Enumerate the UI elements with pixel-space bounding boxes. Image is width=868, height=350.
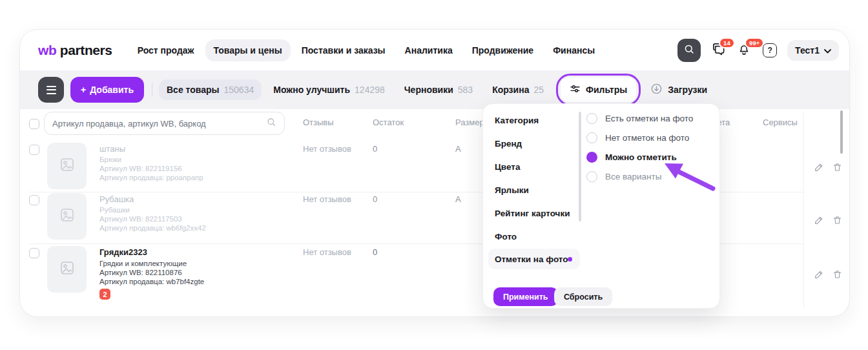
chevron-down-icon bbox=[824, 45, 831, 56]
toolbar-divider bbox=[152, 83, 152, 97]
hamburger-icon bbox=[46, 86, 56, 87]
logo-wb-text: wb bbox=[38, 43, 56, 57]
cell-reviews: Нет отзывов bbox=[303, 194, 351, 204]
app-canvas: wb partners Рост продаж Товары и цены По… bbox=[0, 0, 868, 350]
add-product-button[interactable]: + Добавить bbox=[70, 77, 144, 103]
filters-label: Фильтры bbox=[586, 85, 627, 95]
radio-option-has-marks[interactable]: Есть отметки на фото bbox=[586, 113, 693, 124]
tab-all-goods[interactable]: Все товары 150634 bbox=[159, 79, 262, 100]
main-card: wb partners Рост продаж Товары и цены По… bbox=[19, 29, 850, 317]
panel-scrollbar[interactable] bbox=[579, 112, 581, 221]
filter-category-category[interactable]: Категория bbox=[495, 116, 539, 125]
sliders-icon bbox=[570, 83, 581, 96]
cell-sizes: А bbox=[455, 194, 461, 204]
column-header-stock: Остаток bbox=[373, 118, 404, 127]
radio-icon bbox=[586, 113, 597, 124]
filters-button-wrap: Фильтры bbox=[561, 77, 636, 102]
notifications-button[interactable]: 99+ bbox=[736, 42, 752, 59]
pencil-icon bbox=[814, 269, 824, 282]
trash-icon bbox=[832, 269, 842, 282]
row-checkbox[interactable] bbox=[29, 195, 39, 205]
column-header-services: Сервисы bbox=[763, 118, 798, 127]
radio-icon bbox=[586, 132, 597, 143]
nav-item-sales-growth[interactable]: Рост продаж bbox=[129, 39, 203, 61]
radio-icon bbox=[586, 171, 597, 182]
tab-drafts[interactable]: Черновики 583 bbox=[397, 79, 480, 100]
article-search-box bbox=[44, 112, 285, 135]
products-toolbar: + Добавить Все товары 150634 Можно улучш… bbox=[20, 70, 849, 109]
tab-can-improve[interactable]: Можно улучшить 124298 bbox=[265, 79, 393, 100]
radio-option-all-variants[interactable]: Все варианты bbox=[586, 171, 661, 182]
help-button[interactable]: ? bbox=[761, 42, 778, 59]
nav-item-promotion[interactable]: Продвижение bbox=[464, 39, 542, 61]
filter-category-colors[interactable]: Цвета bbox=[495, 162, 520, 172]
radio-option-can-mark[interactable]: Можно отметить bbox=[586, 152, 677, 163]
edit-button[interactable] bbox=[813, 163, 825, 174]
tab-can-improve-count: 124298 bbox=[355, 85, 385, 95]
bulk-menu-button[interactable] bbox=[38, 77, 64, 103]
cell-sizes: А bbox=[455, 144, 461, 154]
filter-category-card-rating[interactable]: Рейтинг карточки bbox=[495, 209, 570, 218]
filters-button[interactable]: Фильтры bbox=[561, 77, 636, 102]
nav-item-analytics[interactable]: Аналитика bbox=[397, 39, 461, 61]
uploads-label: Загрузки bbox=[668, 85, 707, 95]
tab-trash-count: 25 bbox=[533, 85, 544, 95]
trash-icon bbox=[832, 215, 842, 228]
download-icon bbox=[650, 83, 663, 97]
product-title[interactable]: Рубашка bbox=[99, 194, 134, 204]
nav-links: Рост продаж Товары и цены Поставки и зак… bbox=[129, 39, 604, 61]
product-wb-article: Артикул WB: 822117503 bbox=[99, 215, 182, 223]
search-button[interactable] bbox=[677, 39, 701, 62]
messages-button[interactable]: 14 bbox=[710, 42, 727, 59]
product-title[interactable]: штаны bbox=[99, 144, 125, 154]
uploads-button[interactable]: Загрузки bbox=[650, 83, 707, 97]
product-category: Рубашки bbox=[99, 206, 130, 214]
product-tabs: Все товары 150634 Можно улучшить 124298 … bbox=[159, 79, 552, 100]
trash-icon bbox=[832, 162, 842, 175]
column-header-reviews: Отзывы bbox=[303, 118, 334, 127]
product-title[interactable]: Грядки2323 bbox=[99, 247, 147, 257]
nav-item-goods-prices[interactable]: Товары и цены bbox=[205, 39, 291, 61]
search-icon bbox=[266, 117, 276, 130]
radio-option-no-marks[interactable]: Нет отметок на фото bbox=[586, 132, 689, 143]
top-navbar: wb partners Рост продаж Товары и цены По… bbox=[20, 30, 849, 70]
product-thumbnail[interactable] bbox=[47, 143, 87, 189]
row-checkbox[interactable] bbox=[29, 145, 39, 155]
filter-category-brand[interactable]: Бренд bbox=[495, 139, 522, 149]
select-all-checkbox[interactable] bbox=[29, 119, 39, 129]
photo-marks-count-badge: 2 bbox=[99, 289, 110, 300]
edit-button[interactable] bbox=[813, 270, 825, 282]
cell-stock: 0 bbox=[373, 247, 377, 257]
image-placeholder-icon bbox=[59, 207, 75, 225]
account-name: Тест1 bbox=[795, 45, 820, 56]
image-placeholder-icon bbox=[59, 260, 75, 278]
product-thumbnail[interactable] bbox=[47, 193, 87, 240]
edit-button[interactable] bbox=[813, 216, 825, 227]
product-thumbnail[interactable] bbox=[47, 246, 87, 293]
apply-button[interactable]: Применить bbox=[493, 287, 558, 306]
nav-item-supplies-orders[interactable]: Поставки и заказы bbox=[293, 39, 394, 61]
cell-reviews: Нет отзывов bbox=[303, 144, 351, 154]
nav-item-finances[interactable]: Финансы bbox=[544, 39, 603, 61]
delete-button[interactable] bbox=[831, 270, 843, 282]
messages-count-badge: 14 bbox=[719, 37, 735, 49]
vertical-scrollbar[interactable] bbox=[840, 110, 843, 154]
filter-category-photo[interactable]: Фото bbox=[495, 232, 517, 242]
pencil-icon bbox=[814, 162, 824, 175]
filters-dropdown-panel: Категория Бренд Цвета Ярлыки Рейтинг кар… bbox=[482, 103, 720, 309]
product-wb-article: Артикул WB: 822119156 bbox=[99, 165, 182, 172]
account-menu[interactable]: Тест1 bbox=[787, 40, 839, 61]
search-icon bbox=[683, 43, 695, 57]
article-search-input[interactable] bbox=[52, 119, 261, 129]
product-category: Брюки bbox=[99, 156, 121, 163]
reset-button[interactable]: Сбросить bbox=[554, 287, 612, 306]
filter-category-labels[interactable]: Ярлыки bbox=[495, 185, 529, 195]
delete-button[interactable] bbox=[831, 216, 843, 227]
product-seller-article: Артикул продавца: wb6fg2xx42 bbox=[99, 224, 206, 232]
product-seller-article: Артикул продавца: рроапрапр bbox=[99, 174, 203, 181]
pencil-icon bbox=[814, 215, 824, 228]
tab-trash[interactable]: Корзина 25 bbox=[484, 79, 552, 100]
row-checkbox[interactable] bbox=[29, 248, 39, 258]
filter-category-photo-marks[interactable]: Отметки на фото bbox=[495, 254, 568, 264]
delete-button[interactable] bbox=[831, 163, 843, 174]
